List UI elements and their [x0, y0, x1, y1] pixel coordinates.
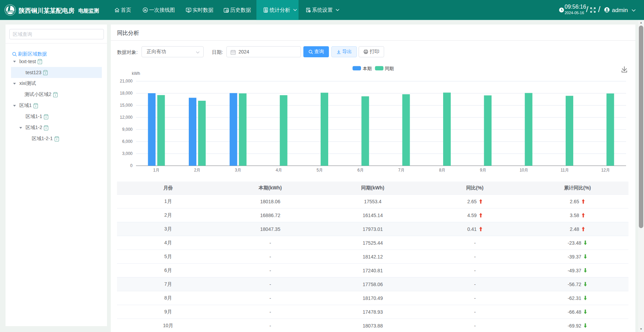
svg-text:21,000: 21,000 [120, 79, 133, 84]
svg-text:12,000: 12,000 [120, 115, 133, 120]
svg-text:同期: 同期 [385, 66, 394, 71]
svg-text:8月: 8月 [439, 168, 446, 173]
svg-text:0: 0 [130, 163, 133, 168]
svg-text:1月: 1月 [153, 168, 160, 173]
svg-text:11月: 11月 [560, 168, 569, 173]
svg-text:6,000: 6,000 [122, 139, 133, 144]
svg-text:15,000: 15,000 [120, 103, 133, 108]
svg-text:18,000: 18,000 [120, 91, 133, 96]
svg-text:4月: 4月 [276, 168, 282, 173]
svg-text:3月: 3月 [235, 168, 241, 173]
svg-text:10月: 10月 [519, 168, 528, 173]
svg-text:7月: 7月 [398, 168, 405, 173]
svg-text:9月: 9月 [480, 168, 486, 173]
svg-text:kWh: kWh [132, 71, 140, 76]
svg-text:9,000: 9,000 [122, 127, 133, 132]
svg-text:12月: 12月 [601, 168, 610, 173]
svg-text:本期: 本期 [363, 66, 372, 71]
svg-text:5月: 5月 [316, 168, 323, 173]
svg-text:6月: 6月 [357, 168, 364, 173]
svg-text:3,000: 3,000 [122, 151, 133, 156]
svg-text:2月: 2月 [194, 168, 201, 173]
